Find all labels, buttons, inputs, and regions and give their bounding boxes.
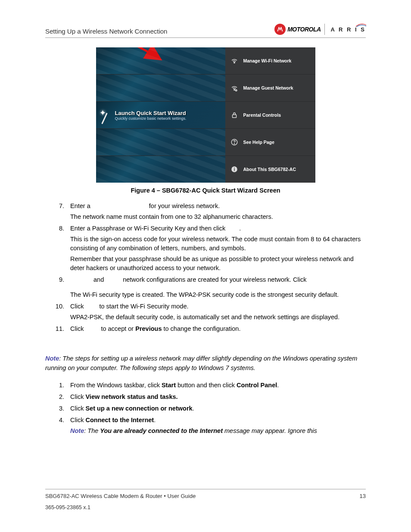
text: to change the configuration. <box>162 325 240 332</box>
text: network configurations are created for y… <box>123 276 306 283</box>
procedure-list-2: From the Windows taskbar, click Start bu… <box>45 381 366 436</box>
text: . <box>239 225 241 232</box>
arris-wordmark: A R R I S <box>331 26 366 33</box>
text: Click <box>70 405 85 412</box>
text: button and then click <box>176 382 237 389</box>
text: Click <box>70 303 84 310</box>
menu-item-help[interactable]: See Help Page <box>225 129 315 156</box>
step-10: Clickto start the Wi-Fi Security mode. W… <box>66 302 366 322</box>
step2-2: Click View network status and tasks. <box>66 392 366 401</box>
text: Click <box>70 325 84 332</box>
motorola-logo: MOTOROLA <box>274 24 324 35</box>
text: Click <box>70 393 85 400</box>
text: The network name must contain from one t… <box>70 212 366 221</box>
figure-4: Manage Wi-Fi Network Manage Guest Networ… <box>45 47 366 183</box>
step-8: Enter a Passphrase or Wi-Fi Security Key… <box>66 224 366 273</box>
menu-item-about[interactable]: About This SBG6782-AC <box>225 156 315 183</box>
page-header: Setting Up a Wireless Network Connection… <box>45 24 366 38</box>
launch-wizard-tile[interactable]: Launch Quick Start Wizard Quickly custom… <box>96 102 225 128</box>
text-bold: Set up a new connection or network <box>85 405 192 412</box>
text-bold: Control Panel <box>237 382 277 389</box>
arris-swoosh-icon <box>355 24 367 27</box>
text-bold: Connect to the Internet <box>85 417 154 423</box>
text: . <box>277 382 279 389</box>
document-number: 365-095-23865 x.1 <box>45 504 366 510</box>
svg-point-1 <box>234 89 234 90</box>
menu-item-wifi[interactable]: Manage Wi-Fi Network <box>225 47 315 74</box>
router-ui-screenshot: Manage Wi-Fi Network Manage Guest Networ… <box>96 47 315 183</box>
guest-wifi-icon <box>230 83 239 93</box>
text: Enter a Passphrase or Wi-Fi Security Key… <box>70 225 227 232</box>
note-body: : The steps for setting up a wireless ne… <box>45 355 357 371</box>
svg-point-5 <box>234 143 234 144</box>
procedure-list: Enter a for your wireless network. The n… <box>45 202 366 333</box>
wizard-title: Launch Quick Start Wizard <box>115 110 187 116</box>
motorola-emblem-icon <box>274 24 286 35</box>
menu-label: About This SBG6782-AC <box>243 167 296 172</box>
text: to start the Wi-Fi Security mode. <box>99 303 188 310</box>
menu-label: Manage Wi-Fi Network <box>243 58 292 63</box>
note-block: Note: The steps for setting up a wireles… <box>45 354 366 373</box>
text-italic: message may appear. Ignore this <box>223 427 317 434</box>
text-italic: : The <box>84 427 100 434</box>
note-label: Note <box>45 355 59 362</box>
router-bg-tile <box>96 75 225 101</box>
page-number: 13 <box>360 493 366 499</box>
text: for your wireless network. <box>147 202 220 209</box>
help-icon <box>230 137 239 147</box>
text: WPA2-PSK, the default security code, is … <box>70 313 366 322</box>
lock-icon <box>230 110 239 120</box>
text: to accept or <box>101 325 135 332</box>
text-bold-italic: You are already connected to the Interne… <box>100 427 223 434</box>
text: Click <box>70 417 85 423</box>
brand-logos: MOTOROLA A R R I S <box>274 24 366 35</box>
text-bold: Start <box>162 382 176 389</box>
motorola-wordmark: MOTOROLA <box>287 26 321 33</box>
text-bold: View network status and tasks. <box>85 393 177 400</box>
section-title: Setting Up a Wireless Network Connection <box>45 28 167 35</box>
svg-rect-3 <box>232 115 236 118</box>
inline-note-label: Note <box>70 427 84 434</box>
step-9: andnetwork configurations are created fo… <box>66 275 366 299</box>
footer-title: SBG6782-AC Wireless Cable Modem & Router… <box>45 493 196 499</box>
step-7: Enter a for your wireless network. The n… <box>66 202 366 221</box>
text: and <box>93 276 104 283</box>
menu-item-guest[interactable]: Manage Guest Network <box>225 75 315 101</box>
arris-logo: A R R I S <box>327 26 366 33</box>
menu-label: See Help Page <box>243 140 274 145</box>
info-icon <box>230 165 239 174</box>
svg-point-2 <box>235 90 237 91</box>
text: The Wi-Fi security type is created. The … <box>70 290 366 299</box>
menu-item-parental[interactable]: Parental Controls <box>225 102 315 128</box>
text: From the Windows taskbar, click <box>70 382 162 389</box>
text: This is the sign-on access code for your… <box>70 235 366 253</box>
step2-3: Click Set up a new connection or network… <box>66 404 366 413</box>
text: . <box>193 405 194 412</box>
router-bg-tile <box>96 47 225 74</box>
page-footer: SBG6782-AC Wireless Cable Modem & Router… <box>45 489 366 510</box>
text: . <box>154 417 156 423</box>
menu-label: Manage Guest Network <box>243 85 293 90</box>
wizard-subtitle: Quickly customize basic network settings… <box>115 116 187 121</box>
step2-1: From the Windows taskbar, click Start bu… <box>66 381 366 390</box>
text: Remember that your passphrase should be … <box>70 255 366 273</box>
step-11: Clickto accept or Previous to change the… <box>66 324 366 333</box>
figure-caption: Figure 4 – SBG6782-AC Quick Start Wizard… <box>45 187 366 194</box>
svg-rect-7 <box>234 169 235 171</box>
menu-label: Parental Controls <box>243 112 281 118</box>
wizard-text: Launch Quick Start Wizard Quickly custom… <box>115 110 187 121</box>
text-bold: Previous <box>135 325 162 332</box>
wifi-icon <box>230 56 239 65</box>
router-bg-tile <box>96 156 225 183</box>
red-arrow-icon <box>109 47 161 60</box>
svg-point-8 <box>234 168 235 168</box>
router-bg-tile <box>96 129 225 156</box>
svg-point-0 <box>234 62 234 63</box>
step2-4: Click Connect to the Internet. Note: The… <box>66 416 366 436</box>
wand-icon <box>100 106 112 124</box>
text: Enter a <box>70 202 92 209</box>
